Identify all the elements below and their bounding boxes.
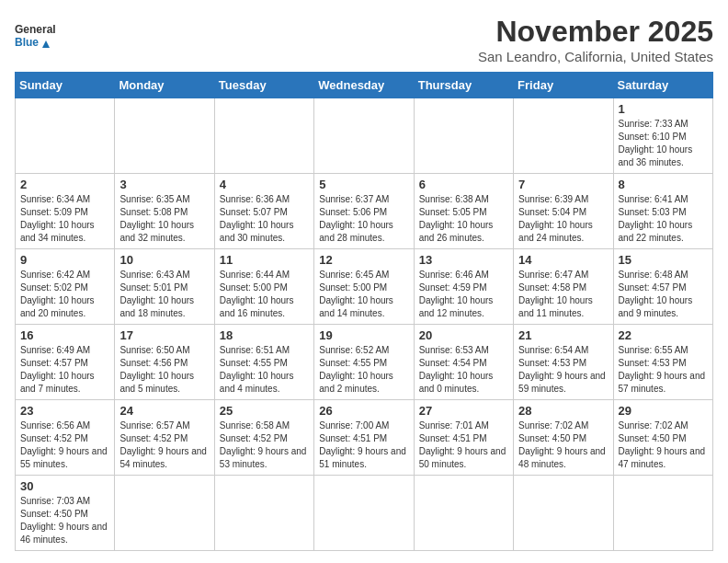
day-info: Sunrise: 6:46 AM Sunset: 4:59 PM Dayligh… bbox=[419, 269, 508, 320]
calendar-cell: 25Sunrise: 6:58 AM Sunset: 4:52 PM Dayli… bbox=[214, 400, 313, 476]
calendar-cell: 19Sunrise: 6:52 AM Sunset: 4:55 PM Dayli… bbox=[314, 325, 414, 400]
weekday-header-tuesday: Tuesday bbox=[214, 73, 313, 98]
calendar-cell: 4Sunrise: 6:36 AM Sunset: 5:07 PM Daylig… bbox=[214, 174, 313, 249]
day-info: Sunrise: 6:54 AM Sunset: 4:53 PM Dayligh… bbox=[518, 344, 608, 396]
calendar-cell: 15Sunrise: 6:48 AM Sunset: 4:57 PM Dayli… bbox=[613, 249, 712, 325]
day-number: 13 bbox=[419, 253, 508, 267]
day-info: Sunrise: 6:45 AM Sunset: 5:00 PM Dayligh… bbox=[319, 269, 408, 320]
day-info: Sunrise: 7:03 AM Sunset: 4:50 PM Dayligh… bbox=[20, 495, 109, 546]
calendar-week-row: 2Sunrise: 6:34 AM Sunset: 5:09 PM Daylig… bbox=[16, 174, 713, 249]
calendar-cell: 2Sunrise: 6:34 AM Sunset: 5:09 PM Daylig… bbox=[16, 174, 115, 249]
weekday-header-thursday: Thursday bbox=[414, 73, 513, 98]
calendar-cell: 30Sunrise: 7:03 AM Sunset: 4:50 PM Dayli… bbox=[16, 476, 115, 551]
day-number: 9 bbox=[20, 253, 109, 267]
day-info: Sunrise: 6:36 AM Sunset: 5:07 PM Dayligh… bbox=[220, 193, 309, 245]
calendar-cell: 21Sunrise: 6:54 AM Sunset: 4:53 PM Dayli… bbox=[514, 325, 613, 400]
day-number: 18 bbox=[220, 328, 309, 342]
day-number: 25 bbox=[220, 404, 309, 418]
day-number: 3 bbox=[119, 178, 209, 191]
calendar-cell bbox=[514, 476, 613, 551]
weekday-header-sunday: Sunday bbox=[16, 73, 115, 98]
calendar-header: SundayMondayTuesdayWednesdayThursdayFrid… bbox=[16, 73, 713, 98]
day-info: Sunrise: 6:50 AM Sunset: 4:56 PM Dayligh… bbox=[119, 344, 209, 396]
svg-text:General: General bbox=[15, 23, 55, 36]
calendar-table: SundayMondayTuesdayWednesdayThursdayFrid… bbox=[15, 72, 713, 551]
svg-marker-2 bbox=[42, 40, 50, 48]
day-info: Sunrise: 6:52 AM Sunset: 4:55 PM Dayligh… bbox=[319, 344, 408, 396]
day-number: 21 bbox=[518, 328, 608, 342]
day-info: Sunrise: 6:51 AM Sunset: 4:55 PM Dayligh… bbox=[220, 344, 309, 396]
day-number: 28 bbox=[518, 404, 608, 418]
calendar-cell: 29Sunrise: 7:02 AM Sunset: 4:50 PM Dayli… bbox=[613, 400, 712, 476]
day-number: 2 bbox=[20, 178, 109, 191]
day-info: Sunrise: 7:00 AM Sunset: 4:51 PM Dayligh… bbox=[319, 419, 408, 471]
calendar-cell: 20Sunrise: 6:53 AM Sunset: 4:54 PM Dayli… bbox=[414, 325, 513, 400]
day-number: 16 bbox=[20, 328, 109, 342]
calendar-cell: 18Sunrise: 6:51 AM Sunset: 4:55 PM Dayli… bbox=[214, 325, 313, 400]
calendar-cell: 1Sunrise: 7:33 AM Sunset: 6:10 PM Daylig… bbox=[613, 98, 712, 174]
day-number: 12 bbox=[319, 253, 408, 267]
weekday-header-row: SundayMondayTuesdayWednesdayThursdayFrid… bbox=[16, 73, 713, 98]
day-number: 14 bbox=[518, 253, 608, 267]
day-info: Sunrise: 6:57 AM Sunset: 4:52 PM Dayligh… bbox=[119, 419, 209, 471]
day-info: Sunrise: 6:49 AM Sunset: 4:57 PM Dayligh… bbox=[20, 344, 109, 396]
day-info: Sunrise: 6:34 AM Sunset: 5:09 PM Dayligh… bbox=[20, 193, 109, 245]
page-title: November 2025 bbox=[478, 15, 713, 49]
calendar-cell bbox=[613, 476, 712, 551]
day-info: Sunrise: 7:33 AM Sunset: 6:10 PM Dayligh… bbox=[619, 118, 708, 169]
calendar-week-row: 30Sunrise: 7:03 AM Sunset: 4:50 PM Dayli… bbox=[16, 476, 713, 551]
calendar-cell bbox=[115, 476, 214, 551]
day-info: Sunrise: 7:02 AM Sunset: 4:50 PM Dayligh… bbox=[619, 419, 708, 471]
day-number: 22 bbox=[619, 328, 708, 342]
day-number: 23 bbox=[20, 404, 109, 418]
calendar-cell: 3Sunrise: 6:35 AM Sunset: 5:08 PM Daylig… bbox=[115, 174, 214, 249]
weekday-header-friday: Friday bbox=[514, 73, 613, 98]
calendar-cell bbox=[115, 98, 214, 174]
day-number: 26 bbox=[319, 404, 408, 418]
page-subtitle: San Leandro, California, United States bbox=[478, 49, 713, 64]
header: General Blue November 2025 San Leandro, … bbox=[15, 15, 713, 64]
day-number: 4 bbox=[220, 178, 309, 191]
day-info: Sunrise: 6:39 AM Sunset: 5:04 PM Dayligh… bbox=[518, 193, 608, 245]
calendar-cell: 17Sunrise: 6:50 AM Sunset: 4:56 PM Dayli… bbox=[115, 325, 214, 400]
day-number: 11 bbox=[220, 253, 309, 267]
day-number: 17 bbox=[119, 328, 209, 342]
calendar-cell: 6Sunrise: 6:38 AM Sunset: 5:05 PM Daylig… bbox=[414, 174, 513, 249]
calendar-cell bbox=[214, 98, 313, 174]
day-number: 29 bbox=[619, 404, 708, 418]
day-info: Sunrise: 6:35 AM Sunset: 5:08 PM Dayligh… bbox=[119, 193, 209, 245]
day-info: Sunrise: 6:42 AM Sunset: 5:02 PM Dayligh… bbox=[20, 269, 109, 320]
calendar-cell: 5Sunrise: 6:37 AM Sunset: 5:06 PM Daylig… bbox=[314, 174, 414, 249]
day-info: Sunrise: 7:02 AM Sunset: 4:50 PM Dayligh… bbox=[518, 419, 608, 471]
calendar-week-row: 16Sunrise: 6:49 AM Sunset: 4:57 PM Dayli… bbox=[16, 325, 713, 400]
day-number: 5 bbox=[319, 178, 408, 191]
calendar-cell: 12Sunrise: 6:45 AM Sunset: 5:00 PM Dayli… bbox=[314, 249, 414, 325]
day-info: Sunrise: 6:37 AM Sunset: 5:06 PM Dayligh… bbox=[319, 193, 408, 245]
calendar-week-row: 23Sunrise: 6:56 AM Sunset: 4:52 PM Dayli… bbox=[16, 400, 713, 476]
calendar-cell: 10Sunrise: 6:43 AM Sunset: 5:01 PM Dayli… bbox=[115, 249, 214, 325]
calendar-cell: 13Sunrise: 6:46 AM Sunset: 4:59 PM Dayli… bbox=[414, 249, 513, 325]
day-number: 19 bbox=[319, 328, 408, 342]
calendar-week-row: 1Sunrise: 7:33 AM Sunset: 6:10 PM Daylig… bbox=[16, 98, 713, 174]
calendar-body: 1Sunrise: 7:33 AM Sunset: 6:10 PM Daylig… bbox=[16, 98, 713, 551]
calendar-cell: 14Sunrise: 6:47 AM Sunset: 4:58 PM Dayli… bbox=[514, 249, 613, 325]
svg-text:Blue: Blue bbox=[15, 36, 39, 49]
day-number: 20 bbox=[419, 328, 508, 342]
day-number: 8 bbox=[619, 178, 708, 191]
calendar-cell: 23Sunrise: 6:56 AM Sunset: 4:52 PM Dayli… bbox=[16, 400, 115, 476]
calendar-cell: 16Sunrise: 6:49 AM Sunset: 4:57 PM Dayli… bbox=[16, 325, 115, 400]
day-info: Sunrise: 6:44 AM Sunset: 5:00 PM Dayligh… bbox=[220, 269, 309, 320]
title-section: November 2025 San Leandro, California, U… bbox=[478, 15, 713, 64]
day-info: Sunrise: 6:56 AM Sunset: 4:52 PM Dayligh… bbox=[20, 419, 109, 471]
calendar-cell bbox=[16, 98, 115, 174]
day-info: Sunrise: 6:41 AM Sunset: 5:03 PM Dayligh… bbox=[619, 193, 708, 245]
day-info: Sunrise: 6:58 AM Sunset: 4:52 PM Dayligh… bbox=[220, 419, 309, 471]
calendar-cell: 24Sunrise: 6:57 AM Sunset: 4:52 PM Dayli… bbox=[115, 400, 214, 476]
calendar-cell bbox=[314, 476, 414, 551]
day-number: 7 bbox=[518, 178, 608, 191]
calendar-cell bbox=[414, 476, 513, 551]
day-info: Sunrise: 6:43 AM Sunset: 5:01 PM Dayligh… bbox=[119, 269, 209, 320]
calendar-cell: 7Sunrise: 6:39 AM Sunset: 5:04 PM Daylig… bbox=[514, 174, 613, 249]
day-number: 10 bbox=[119, 253, 209, 267]
day-number: 15 bbox=[619, 253, 708, 267]
